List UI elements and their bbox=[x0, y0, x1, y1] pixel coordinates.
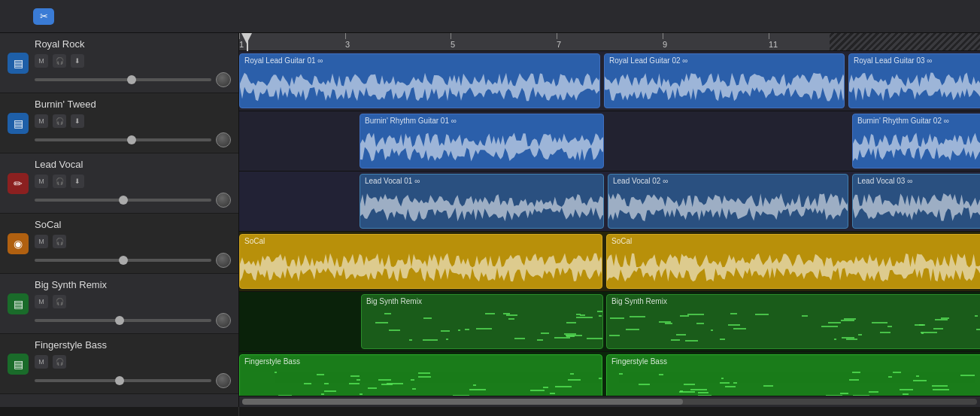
svg-rect-34 bbox=[506, 314, 517, 316]
track-volume-thumb-fingerstyle-bass[interactable] bbox=[115, 376, 124, 385]
svg-rect-83 bbox=[368, 387, 377, 389]
clip-lead-vocal-1[interactable]: Lead Vocal 02 ∞ bbox=[608, 174, 848, 229]
track-record-royal-rock[interactable]: ⬇ bbox=[71, 54, 84, 68]
scroll-track[interactable] bbox=[242, 399, 977, 405]
track-slider-container-burnin-tweed bbox=[35, 132, 231, 147]
track-volume-slider-royal-rock[interactable] bbox=[35, 78, 211, 81]
bottom-left bbox=[0, 407, 239, 416]
track-volume-slider-big-synth-remix[interactable] bbox=[35, 319, 211, 322]
clip-big-synth-remix-0[interactable]: Big Synth Remix bbox=[361, 294, 603, 349]
track-row-socal: SoCalSoCal bbox=[239, 232, 980, 292]
svg-rect-64 bbox=[880, 332, 890, 333]
track-volume-thumb-burnin-tweed[interactable] bbox=[127, 135, 136, 144]
svg-rect-14 bbox=[599, 315, 602, 317]
svg-marker-8 bbox=[240, 253, 602, 281]
svg-rect-60 bbox=[828, 322, 841, 323]
track-icon-symbol-big-synth-remix: ▤ bbox=[14, 298, 23, 310]
svg-rect-24 bbox=[485, 313, 495, 314]
track-record-burnin-tweed[interactable]: ⬇ bbox=[71, 114, 84, 128]
svg-rect-90 bbox=[418, 372, 430, 374]
track-mute-socal[interactable]: M bbox=[35, 235, 48, 248]
tracks-canvas[interactable]: Royal Lead Guitar 01 ∞Royal Lead Guitar … bbox=[239, 51, 980, 396]
clip-burnin-tweed-0[interactable]: Burnin' Rhythm Guitar 01 ∞ bbox=[360, 114, 604, 169]
track-record-lead-vocal[interactable]: ⬇ bbox=[71, 175, 84, 188]
track-headphone-socal[interactable]: 🎧 bbox=[53, 235, 66, 248]
track-mute-fingerstyle-bass[interactable]: M bbox=[35, 355, 48, 369]
track-pan-knob-royal-rock[interactable] bbox=[216, 72, 231, 87]
track-pan-knob-lead-vocal[interactable] bbox=[216, 193, 231, 208]
svg-rect-147 bbox=[849, 379, 859, 381]
clip-label-socal-1: SoCal bbox=[611, 237, 632, 245]
track-headphone-big-synth-remix[interactable]: 🎧 bbox=[53, 295, 66, 308]
track-mute-big-synth-remix[interactable]: M bbox=[35, 295, 48, 308]
track-info-lead-vocal: Lead Vocal M 🎧 ⬇ bbox=[35, 159, 231, 208]
track-icon-symbol-fingerstyle-bass: ▤ bbox=[14, 358, 23, 370]
track-pan-knob-burnin-tweed[interactable] bbox=[216, 132, 231, 147]
clip-lead-vocal-2[interactable]: Lead Vocal 03 ∞ bbox=[852, 174, 980, 229]
svg-rect-111 bbox=[418, 376, 431, 378]
svg-marker-7 bbox=[853, 193, 980, 221]
track-volume-thumb-big-synth-remix[interactable] bbox=[115, 316, 124, 325]
clip-fingerstyle-bass-0[interactable]: Fingerstyle Bass bbox=[239, 354, 602, 396]
svg-rect-13 bbox=[566, 336, 575, 337]
track-headphone-royal-rock[interactable]: 🎧 bbox=[53, 54, 66, 68]
clip-socal-0[interactable]: SoCal bbox=[239, 234, 602, 289]
clip-royal-rock-2[interactable]: Royal Lead Guitar 03 ∞ bbox=[848, 53, 980, 108]
track-icon-big-synth-remix: ▤ bbox=[8, 293, 29, 314]
track-slider-container-lead-vocal bbox=[35, 193, 231, 208]
track-headphone-fingerstyle-bass[interactable]: 🎧 bbox=[53, 355, 66, 369]
clip-royal-rock-1[interactable]: Royal Lead Guitar 02 ∞ bbox=[604, 53, 845, 108]
clip-royal-rock-0[interactable]: Royal Lead Guitar 01 ∞ bbox=[239, 53, 600, 108]
svg-rect-167 bbox=[639, 384, 650, 385]
track-volume-thumb-royal-rock[interactable] bbox=[127, 75, 136, 84]
add-track-button[interactable] bbox=[6, 6, 27, 27]
track-volume-slider-socal[interactable] bbox=[35, 259, 211, 262]
clip-label-lead-vocal-1: Lead Vocal 02 ∞ bbox=[613, 177, 668, 185]
track-controls-lead-vocal: M 🎧 ⬇ bbox=[35, 175, 231, 188]
svg-rect-70 bbox=[730, 313, 737, 314]
svg-rect-160 bbox=[933, 389, 949, 390]
track-volume-thumb-lead-vocal[interactable] bbox=[119, 196, 128, 205]
track-mute-burnin-tweed[interactable]: M bbox=[35, 114, 48, 128]
clip-big-synth-remix-1[interactable]: Big Synth Remix bbox=[606, 294, 980, 349]
svg-rect-129 bbox=[869, 391, 878, 393]
track-volume-thumb-socal[interactable] bbox=[119, 256, 128, 265]
track-name-fingerstyle-bass: Fingerstyle Bass bbox=[35, 339, 231, 351]
track-pan-knob-big-synth-remix[interactable] bbox=[216, 313, 231, 328]
track-pan-knob-fingerstyle-bass[interactable] bbox=[216, 373, 231, 388]
track-controls-burnin-tweed: M 🎧 ⬇ bbox=[35, 114, 231, 128]
svg-rect-77 bbox=[976, 329, 980, 330]
smart-controls-button[interactable]: ✂ bbox=[33, 8, 54, 25]
clip-burnin-tweed-1[interactable]: Burnin' Rhythm Guitar 02 ∞ bbox=[852, 114, 980, 169]
svg-rect-25 bbox=[458, 329, 460, 331]
ruler-mark-1: 1 bbox=[239, 33, 244, 50]
svg-rect-68 bbox=[687, 314, 704, 315]
svg-rect-94 bbox=[570, 373, 574, 375]
svg-rect-141 bbox=[619, 373, 623, 375]
clip-fingerstyle-bass-1[interactable]: Fingerstyle Bass bbox=[606, 354, 980, 396]
clip-waveform-burnin-tweed-1 bbox=[853, 126, 980, 166]
track-volume-slider-lead-vocal[interactable] bbox=[35, 199, 211, 202]
track-headphone-burnin-tweed[interactable]: 🎧 bbox=[53, 114, 66, 128]
scroll-thumb[interactable] bbox=[242, 399, 683, 405]
clip-lead-vocal-0[interactable]: Lead Vocal 01 ∞ bbox=[360, 174, 604, 229]
track-headphone-lead-vocal[interactable]: 🎧 bbox=[53, 175, 66, 188]
svg-rect-44 bbox=[834, 339, 836, 340]
scroll-area[interactable] bbox=[239, 396, 980, 407]
scissors-icon: ✂ bbox=[40, 11, 48, 22]
track-icon-symbol-socal: ◉ bbox=[14, 238, 23, 250]
svg-rect-109 bbox=[381, 384, 393, 385]
track-controls-big-synth-remix: M 🎧 bbox=[35, 295, 231, 308]
clip-socal-1[interactable]: SoCal bbox=[606, 234, 980, 289]
svg-rect-74 bbox=[720, 339, 725, 340]
svg-rect-80 bbox=[921, 332, 937, 333]
track-mute-lead-vocal[interactable]: M bbox=[35, 175, 48, 188]
clip-label-royal-rock-1: Royal Lead Guitar 02 ∞ bbox=[609, 56, 687, 65]
track-icon-symbol-royal-rock: ▤ bbox=[14, 57, 23, 69]
track-mute-royal-rock[interactable]: M bbox=[35, 54, 48, 68]
svg-rect-61 bbox=[841, 320, 854, 321]
track-volume-slider-fingerstyle-bass[interactable] bbox=[35, 379, 211, 382]
track-volume-slider-burnin-tweed[interactable] bbox=[35, 138, 211, 141]
track-pan-knob-socal[interactable] bbox=[216, 253, 231, 268]
clip-waveform-royal-rock-2 bbox=[849, 66, 980, 106]
